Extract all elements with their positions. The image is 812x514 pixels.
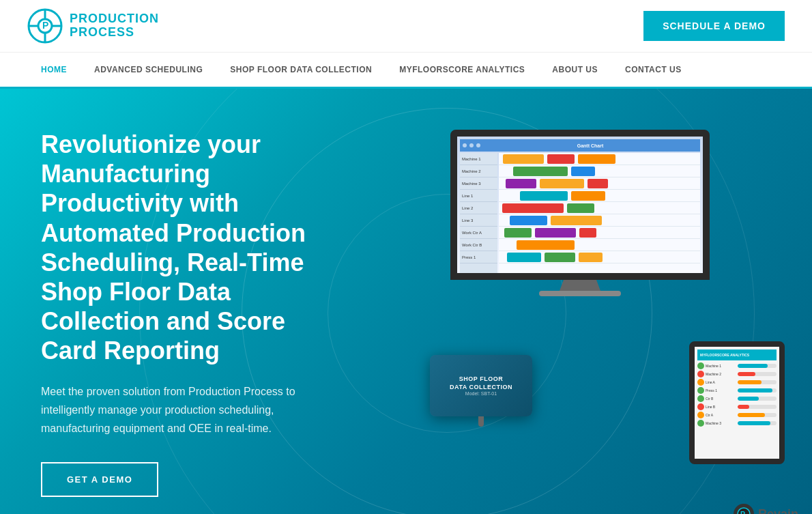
gantt-bar <box>502 203 564 213</box>
tablet-mockup: MYFLOORSCORE ANALYTICS Machine 1 Machine… <box>689 341 785 464</box>
tablet-label: Machine 1 <box>706 364 736 368</box>
gantt-bar <box>567 203 594 213</box>
tablet-status-dot <box>697 412 704 418</box>
logo-process: PROCESS <box>70 26 159 40</box>
tablet-header: MYFLOORSCORE ANALYTICS <box>697 349 777 360</box>
tablet-row: Press 1 <box>697 387 777 394</box>
revain-icon: R <box>734 504 754 514</box>
logo-production: PRODUCTION <box>70 12 159 26</box>
gantt-dot-2 <box>469 143 474 147</box>
device-connector <box>478 416 484 427</box>
device-box: SHOP FLOOR DATA COLLECTION Model: SBT-01 <box>430 355 532 416</box>
gantt-row <box>499 190 700 202</box>
gantt-bar <box>571 191 605 201</box>
gantt-bar <box>547 154 575 164</box>
gantt-header: Gantt Chart <box>460 139 700 152</box>
hero-content: Revolutionize your Manufacturing Product… <box>0 89 382 514</box>
tablet-label: Ctr B <box>706 397 736 401</box>
gantt-row <box>499 153 700 165</box>
tablet-label: Machine 3 <box>706 421 736 425</box>
nav-item-contact-us[interactable]: CONTACT US <box>611 53 695 87</box>
revain-badge: R Revain <box>734 504 798 514</box>
gantt-dot-3 <box>476 143 480 147</box>
monitor-mockup: Gantt Chart Machine 1 Machine 2 Machine … <box>450 130 710 296</box>
tablet-screen: MYFLOORSCORE ANALYTICS Machine 1 Machine… <box>689 341 785 464</box>
gantt-sidebar-row: Line 1 <box>460 190 497 202</box>
gantt-sidebar-row: Machine 3 <box>460 177 497 190</box>
tablet-label: Machine 2 <box>706 372 736 376</box>
gantt-bar <box>517 240 575 250</box>
tablet-status-dot <box>697 362 704 369</box>
gantt-bar <box>551 216 602 225</box>
device-logo: SHOP FLOOR DATA COLLECTION <box>450 375 512 391</box>
gantt-main <box>499 153 700 280</box>
gantt-bar <box>588 179 608 188</box>
gantt-bar <box>579 228 596 238</box>
gantt-bar <box>507 253 541 262</box>
tablet-progress-bg <box>738 364 777 368</box>
tablet-row: Ctr B <box>697 395 777 402</box>
gantt-body: Machine 1 Machine 2 Machine 3 Line 1 Lin… <box>460 153 700 280</box>
gantt-sidebar: Machine 1 Machine 2 Machine 3 Line 1 Lin… <box>460 153 497 280</box>
tablet-status-dot <box>697 420 704 427</box>
tablet-status-dot <box>697 403 704 410</box>
tablet-progress-fill <box>738 413 765 417</box>
logo-area: P PRODUCTION PROCESS <box>27 8 159 44</box>
gantt-sidebar-row: Work Ctr A <box>460 227 497 239</box>
tablet-status-dot <box>697 371 704 377</box>
gantt-bar <box>579 253 603 262</box>
logo-icon: P <box>27 8 63 44</box>
tablet-progress-bg <box>738 405 777 409</box>
tablet-progress-bg <box>738 388 777 392</box>
tablet-row: Line A <box>697 379 777 386</box>
gantt-title: Gantt Chart <box>483 143 697 148</box>
nav-item-myfloorscore[interactable]: MYFLOORSCORE ANALYTICS <box>386 53 538 87</box>
monitor-base <box>539 291 621 296</box>
gantt-bar <box>571 167 595 176</box>
tablet-row: Machine 1 <box>697 362 777 369</box>
gantt-bar <box>540 179 584 188</box>
tablet-label: Line A <box>706 380 736 384</box>
get-demo-button[interactable]: GET A DEMO <box>41 462 158 497</box>
gantt-row <box>499 177 700 190</box>
device-subtitle: Model: SBT-01 <box>465 391 497 396</box>
gantt-sidebar-row: Line 3 <box>460 214 497 227</box>
gantt-bar <box>578 154 615 164</box>
tablet-status-dot <box>697 395 704 402</box>
tablet-label: Ctr A <box>706 413 736 417</box>
tablet-row: Ctr A <box>697 412 777 418</box>
tablet-progress-fill <box>738 421 770 425</box>
schedule-demo-button[interactable]: SCHEDULE A DEMO <box>643 11 785 41</box>
tablet-progress-fill <box>738 405 749 409</box>
tablet-row: Machine 3 <box>697 420 777 427</box>
tablet-row: Line B <box>697 403 777 410</box>
hero-subtitle: Meet the proven solution from Production… <box>41 382 341 438</box>
gantt-bar <box>513 167 568 176</box>
nav-item-advanced-scheduling[interactable]: ADVANCED SCHEDULING <box>81 53 216 87</box>
tablet-screen-inner: MYFLOORSCORE ANALYTICS Machine 1 Machine… <box>695 347 779 459</box>
tablet-progress-fill <box>738 364 768 368</box>
gantt-sidebar-row: Machine 2 <box>460 165 497 177</box>
tablet-progress-fill <box>738 380 762 384</box>
gantt-row <box>499 239 700 251</box>
gantt-row <box>499 227 700 239</box>
hero-section: Revolutionize your Manufacturing Product… <box>0 89 812 514</box>
nav-item-shop-floor[interactable]: SHOP FLOOR DATA COLLECTION <box>216 53 386 87</box>
gantt-bar <box>510 216 547 225</box>
logo-text: PRODUCTION PROCESS <box>70 12 159 40</box>
gantt-bar <box>545 253 575 262</box>
tablet-status-dot <box>697 387 704 394</box>
gantt-bar <box>503 154 544 164</box>
gantt-sidebar-row: Machine 1 <box>460 153 497 165</box>
tablet-progress-bg <box>738 380 777 384</box>
nav-item-about-us[interactable]: ABOUT US <box>538 53 611 87</box>
gantt-row <box>499 214 700 227</box>
tablet-status-dot <box>697 379 704 386</box>
gantt-row <box>499 251 700 263</box>
nav-item-home[interactable]: HOME <box>27 53 81 87</box>
gantt-row <box>499 202 700 214</box>
header: P PRODUCTION PROCESS SCHEDULE A DEMO <box>0 0 812 53</box>
tablet-progress-fill <box>738 372 755 376</box>
tablet-label: Line B <box>706 405 736 409</box>
monitor-screen: Gantt Chart Machine 1 Machine 2 Machine … <box>450 130 710 280</box>
